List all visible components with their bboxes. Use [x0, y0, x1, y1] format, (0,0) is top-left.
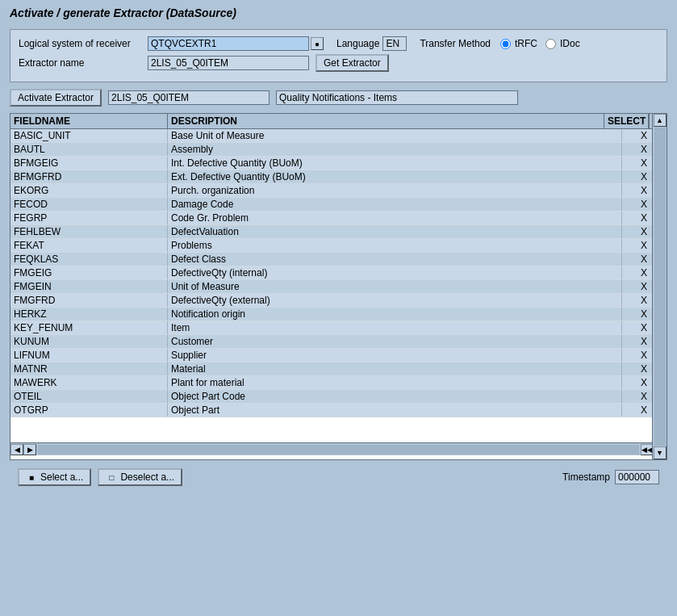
hscroll-right-btn[interactable]: ▶ — [23, 444, 36, 455]
cell-fieldname: FMGFRD — [10, 294, 168, 307]
cell-fieldname: LIFNUM — [10, 349, 168, 362]
scroll-up-button[interactable]: ▲ — [654, 114, 667, 127]
cell-description: Item — [168, 321, 622, 334]
cell-description: DefectiveQty (external) — [168, 294, 622, 307]
table-row[interactable]: FEGRP Code Gr. Problem X — [10, 212, 667, 225]
cell-fieldname: FEGRP — [10, 212, 168, 224]
table-row[interactable]: LIFNUM Supplier X — [10, 349, 667, 362]
timestamp-label: Timestamp — [562, 471, 610, 483]
fields-table: FIELDNAME DESCRIPTION SELECT ☰ BASIC_UNI… — [10, 113, 667, 460]
hscroll-left-btn[interactable]: ◀ — [10, 444, 23, 455]
cell-fieldname: MAWERK — [10, 376, 168, 389]
table-row[interactable]: FEHLBEW DefectValuation X — [10, 225, 667, 239]
table-row[interactable]: BAUTL Assembly X — [10, 143, 667, 157]
cell-description: Object Part Code — [168, 390, 622, 403]
idoc-radio[interactable] — [545, 39, 556, 49]
table-row[interactable]: MAWERK Plant for material X — [10, 376, 667, 390]
table-row[interactable]: FEQKLAS Defect Class X — [10, 253, 667, 266]
table-row[interactable]: BFMGFRD Ext. Defective Quantity (BUoM) X — [10, 170, 667, 184]
cell-description: DefectiveQty (internal) — [168, 266, 622, 279]
cell-description: Int. Defective Quantity (BUoM) — [168, 157, 622, 170]
table-row[interactable]: KUNUM Customer X — [10, 335, 667, 349]
cell-description: Assembly — [168, 143, 622, 156]
cell-fieldname: OTEIL — [10, 390, 168, 403]
idoc-label: IDoc — [560, 38, 580, 49]
table-header: FIELDNAME DESCRIPTION SELECT ☰ — [10, 114, 667, 129]
table-row[interactable]: FECOD Damage Code X — [10, 198, 667, 212]
table-row[interactable]: BFMGEIG Int. Defective Quantity (BUoM) X — [10, 157, 667, 170]
scroll-track[interactable] — [654, 128, 666, 446]
cell-fieldname: KEY_FENUM — [10, 321, 168, 334]
cell-fieldname: FEKAT — [10, 239, 168, 252]
table-row[interactable]: OTGRP Object Part X — [10, 404, 667, 417]
cell-fieldname: BAUTL — [10, 143, 168, 156]
cell-fieldname: FECOD — [10, 198, 168, 211]
select-all-label: Select a... — [40, 471, 83, 483]
cell-fieldname: BFMGEIG — [10, 157, 168, 170]
cell-description: Purch. organization — [168, 184, 622, 197]
cell-description: Ext. Defective Quantity (BUoM) — [168, 170, 622, 183]
col-header-select: SELECT — [604, 114, 649, 128]
activate-section: Activate Extractor — [10, 89, 667, 107]
table-row[interactable]: EKORG Purch. organization X — [10, 184, 667, 198]
vertical-scrollbar[interactable]: ▲ ▼ — [652, 114, 667, 459]
table-row[interactable]: KEY_FENUM Item X — [10, 321, 667, 335]
cell-description: Damage Code — [168, 198, 622, 211]
table-body: BASIC_UNIT Base Unit of Measure X BAUTL … — [10, 129, 667, 442]
cell-fieldname: OTGRP — [10, 404, 168, 417]
table-row[interactable]: OTEIL Object Part Code X — [10, 390, 667, 404]
select-all-icon: ■ — [26, 471, 37, 483]
activate-extractor-button[interactable]: Activate Extractor — [10, 89, 102, 107]
cell-description: Notification origin — [168, 308, 622, 321]
activate-extractor-input[interactable] — [108, 90, 270, 105]
logical-system-row: Logical system of receiver ● Language Tr… — [19, 36, 658, 51]
cell-fieldname: FEHLBEW — [10, 225, 168, 238]
table-row[interactable]: HERKZ Notification origin X — [10, 308, 667, 321]
cell-description: Supplier — [168, 349, 622, 362]
cell-description: Defect Class — [168, 253, 622, 266]
trfc-radio[interactable] — [500, 39, 511, 49]
select-all-button[interactable]: ■ Select a... — [18, 468, 91, 486]
extractor-name-label: Extractor name — [19, 57, 148, 69]
extractor-name-input[interactable] — [148, 56, 309, 70]
bottom-bar: ■ Select a... □ Deselect a... Timestamp — [10, 463, 667, 491]
table-row[interactable]: FMGFRD DefectiveQty (external) X — [10, 294, 667, 308]
cell-description: Material — [168, 362, 622, 375]
cell-fieldname: BFMGFRD — [10, 170, 168, 183]
cell-fieldname: MATNR — [10, 362, 168, 375]
cell-fieldname: BASIC_UNIT — [10, 129, 168, 142]
cell-fieldname: FMGEIG — [10, 266, 168, 279]
logical-system-input[interactable] — [148, 36, 309, 51]
logical-system-search-icon[interactable]: ● — [311, 37, 324, 50]
transfer-method-label: Transfer Method — [420, 38, 491, 49]
col-header-fieldname: FIELDNAME — [10, 114, 168, 128]
table-row[interactable]: BASIC_UNIT Base Unit of Measure X — [10, 129, 667, 143]
cell-description: Problems — [168, 239, 622, 252]
deselect-all-button[interactable]: □ Deselect a... — [98, 468, 182, 486]
title-text: Activate / generate Extractor (DataSourc… — [10, 6, 236, 19]
cell-fieldname: FEQKLAS — [10, 253, 168, 266]
hscroll-track[interactable] — [38, 445, 639, 455]
deselect-all-icon: □ — [106, 471, 117, 483]
cell-description: Plant for material — [168, 376, 622, 389]
get-extractor-button[interactable]: Get Extractor — [316, 54, 389, 72]
cell-description: Code Gr. Problem — [168, 212, 622, 224]
scroll-down-button[interactable]: ▼ — [654, 446, 667, 459]
extractor-name-row: Extractor name Get Extractor — [19, 54, 658, 72]
cell-fieldname: FMGEIN — [10, 280, 168, 293]
transfer-method-radio-group: tRFC IDoc — [499, 38, 587, 49]
table-row[interactable]: FMGEIN Unit of Measure X — [10, 280, 667, 294]
language-input[interactable] — [382, 36, 407, 51]
timestamp-input[interactable] — [615, 470, 659, 484]
cell-description: DefectValuation — [168, 225, 622, 238]
cell-description: Unit of Measure — [168, 280, 622, 293]
cell-description: Customer — [168, 335, 622, 348]
page-title: Activate / generate Extractor (DataSourc… — [0, 0, 677, 24]
table-row[interactable]: MATNR Material X — [10, 362, 667, 376]
table-row[interactable]: FMGEIG DefectiveQty (internal) X — [10, 266, 667, 280]
logical-system-label: Logical system of receiver — [19, 38, 148, 49]
table-row[interactable]: FEKAT Problems X — [10, 239, 667, 253]
deselect-all-label: Deselect a... — [120, 471, 174, 483]
cell-fieldname: EKORG — [10, 184, 168, 197]
form-section: Logical system of receiver ● Language Tr… — [10, 29, 667, 82]
